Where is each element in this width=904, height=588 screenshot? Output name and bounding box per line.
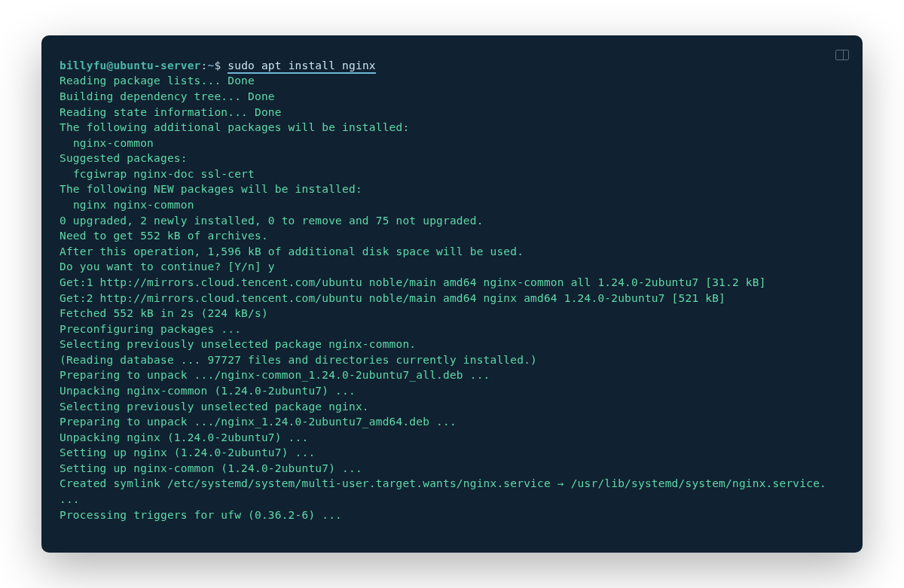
output-line: Unpacking nginx (1.24.0-2ubuntu7) ... xyxy=(60,430,844,446)
output-line: Building dependency tree... Done xyxy=(60,89,844,105)
window-controls xyxy=(835,49,849,63)
output-line: Preconfiguring packages ... xyxy=(60,321,844,337)
output-line: (Reading database ... 97727 files and di… xyxy=(60,352,844,368)
output-line: Fetched 552 kB in 2s (224 kB/s) xyxy=(60,306,844,321)
output-line: nginx-common xyxy=(60,136,844,151)
output-line: Get:1 http://mirrors.cloud.tencent.com/u… xyxy=(60,275,844,291)
output-line: nginx nginx-common xyxy=(60,197,844,213)
output-line: After this operation, 1,596 kB of additi… xyxy=(60,244,844,260)
panel-split-icon[interactable] xyxy=(835,50,849,60)
prompt-user-host: billyfu@ubuntu-server xyxy=(60,59,201,72)
output-line: Reading package lists... Done xyxy=(60,73,844,89)
output-line: Preparing to unpack .../nginx_1.24.0-2ub… xyxy=(60,414,844,430)
output-line: Selecting previously unselected package … xyxy=(60,337,844,352)
output-line: fcgiwrap nginx-doc ssl-cert xyxy=(60,166,844,182)
command-text: sudo apt install nginx xyxy=(228,59,375,74)
output-line: Selecting previously unselected package … xyxy=(60,399,844,415)
output-line: 0 upgraded, 2 newly installed, 0 to remo… xyxy=(60,213,844,229)
output-line: Setting up nginx (1.24.0-2ubuntu7) ... xyxy=(60,445,844,461)
output-line: Need to get 552 kB of archives. xyxy=(60,228,844,244)
output-line: Suggested packages: xyxy=(60,151,844,166)
output-line: Created symlink /etc/systemd/system/mult… xyxy=(60,476,844,507)
prompt-dollar: $ xyxy=(214,59,221,72)
terminal-window[interactable]: billyfu@ubuntu-server:~$ sudo apt instal… xyxy=(41,35,863,553)
output-line: Get:2 http://mirrors.cloud.tencent.com/u… xyxy=(60,291,844,306)
output-line: The following NEW packages will be insta… xyxy=(60,181,844,197)
output-line: The following additional packages will b… xyxy=(60,120,844,136)
output-line: Reading state information... Done xyxy=(60,105,844,120)
terminal-content[interactable]: billyfu@ubuntu-server:~$ sudo apt instal… xyxy=(41,35,863,553)
output-line: Setting up nginx-common (1.24.0-2ubuntu7… xyxy=(60,461,844,477)
output-line: Preparing to unpack .../nginx-common_1.2… xyxy=(60,367,844,383)
output-line: Processing triggers for ufw (0.36.2-6) .… xyxy=(60,507,844,523)
terminal-output: Reading package lists... DoneBuilding de… xyxy=(60,73,844,522)
output-line: Do you want to continue? [Y/n] y xyxy=(60,259,844,275)
output-line: Unpacking nginx-common (1.24.0-2ubuntu7)… xyxy=(60,383,844,399)
prompt-line: billyfu@ubuntu-server:~$ sudo apt instal… xyxy=(60,58,844,74)
